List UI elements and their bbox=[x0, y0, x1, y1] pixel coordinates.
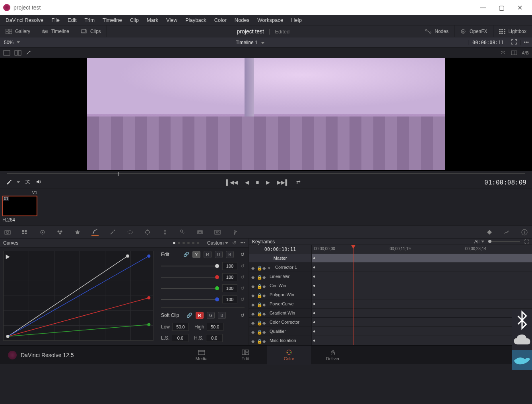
softclip-g-button[interactable]: G bbox=[207, 312, 215, 319]
keyframes-filter[interactable]: All bbox=[474, 239, 484, 245]
menu-file[interactable]: File bbox=[47, 17, 64, 23]
keyframe-dot[interactable] bbox=[313, 294, 315, 296]
keyframes-zoom-slider[interactable] bbox=[488, 241, 520, 242]
timeline-toggle[interactable]: Timeline bbox=[36, 25, 75, 37]
highlight-icon[interactable] bbox=[499, 50, 507, 56]
timeline-name[interactable]: Timeline 1 bbox=[32, 40, 468, 45]
slider-value[interactable]: 100 bbox=[222, 262, 237, 270]
keyframe-track[interactable]: ◆🔒◆Qualifier bbox=[249, 327, 311, 336]
link-icon[interactable]: 🔗 bbox=[183, 252, 189, 257]
channel-b-button[interactable]: B bbox=[226, 251, 234, 258]
keyframe-playhead[interactable] bbox=[353, 245, 353, 345]
magic-wand-icon[interactable] bbox=[25, 50, 33, 56]
lightbox-toggle[interactable]: Lightbox bbox=[493, 25, 532, 37]
keyframe-lane[interactable] bbox=[312, 318, 532, 327]
slider-reset-icon[interactable]: ↺ bbox=[241, 286, 245, 291]
lock-icon[interactable]: 🔒 bbox=[257, 320, 260, 324]
keyframe-icon[interactable]: ◆ bbox=[262, 311, 266, 315]
maximize-button[interactable]: ▢ bbox=[492, 1, 511, 14]
sizing-icon[interactable] bbox=[196, 229, 204, 236]
viewer[interactable] bbox=[0, 58, 532, 171]
keyframe-track[interactable]: ◆🔒◆Misc Isolation bbox=[249, 336, 311, 345]
close-button[interactable]: ✕ bbox=[511, 1, 529, 14]
shuffle-icon[interactable] bbox=[25, 179, 31, 186]
keyframe-dot[interactable] bbox=[313, 330, 315, 332]
keyframe-track[interactable]: ◆🔒◆▾Corrector 1 bbox=[249, 263, 311, 272]
keyframe-track[interactable]: ◆🔒◆Circ Win bbox=[249, 281, 311, 290]
ls-value[interactable]: 0.0 bbox=[172, 334, 188, 342]
link-icon[interactable]: 🔗 bbox=[186, 313, 192, 318]
keyframe-track[interactable]: ◆🔒◆PowerCurve bbox=[249, 299, 311, 309]
keyframe-track[interactable]: ◆🔒◆Color Corrector bbox=[249, 318, 311, 327]
curves-mode-select[interactable]: Custom bbox=[207, 240, 228, 246]
curves-reset-icon[interactable]: ↺ bbox=[232, 240, 236, 246]
loop-button[interactable]: ⇄ bbox=[296, 179, 301, 185]
eyedropper-icon[interactable] bbox=[6, 179, 12, 186]
menu-workspace[interactable]: Workspace bbox=[253, 17, 287, 23]
softclip-reset-icon[interactable]: ↺ bbox=[241, 313, 245, 318]
keyframe-icon[interactable]: ◆ bbox=[262, 293, 266, 296]
keyframe-ruler[interactable]: 00;00;00;00 00;00;11;19 00;00;23;14 bbox=[312, 245, 532, 254]
page-media[interactable]: Media bbox=[180, 346, 223, 365]
lock-icon[interactable]: 🔒 bbox=[257, 293, 260, 296]
scrub-bar[interactable] bbox=[0, 171, 532, 177]
page-deliver[interactable]: Deliver bbox=[311, 346, 355, 365]
openfx-toggle[interactable]: fx OpenFX bbox=[454, 25, 493, 37]
key-icon[interactable] bbox=[179, 229, 186, 236]
slider-reset-icon[interactable]: ↺ bbox=[241, 263, 245, 269]
keyframe-dot[interactable] bbox=[313, 321, 315, 323]
primary-bars-icon[interactable] bbox=[56, 229, 64, 236]
lock-icon[interactable]: 🔒 bbox=[257, 266, 260, 269]
intensity-slider[interactable]: 100↺ bbox=[161, 295, 245, 303]
lock-icon[interactable]: 🔒 bbox=[257, 302, 260, 305]
gallery-toggle[interactable]: Gallery bbox=[0, 25, 36, 37]
first-frame-button[interactable]: ▌◀◀ bbox=[226, 179, 237, 185]
menu-timeline[interactable]: Timeline bbox=[99, 17, 126, 23]
clip-thumbnail[interactable]: V1 01 H.264 bbox=[2, 190, 37, 223]
zoom-select[interactable]: 50% bbox=[0, 40, 24, 45]
keyframe-dot[interactable] bbox=[313, 303, 315, 305]
lock-icon[interactable]: 🔒 bbox=[257, 330, 260, 333]
page-edit[interactable]: Edit bbox=[223, 346, 267, 365]
bluetooth-icon[interactable] bbox=[512, 310, 532, 330]
menu-nodes[interactable]: Nodes bbox=[231, 17, 254, 23]
channel-r-button[interactable]: R bbox=[204, 251, 212, 258]
keyframe-lane[interactable] bbox=[312, 281, 532, 290]
chevron-down-icon[interactable] bbox=[17, 181, 20, 183]
keyframe-dot[interactable] bbox=[313, 276, 315, 278]
slider-value[interactable]: 100 bbox=[222, 273, 237, 281]
minimize-button[interactable]: — bbox=[474, 1, 492, 14]
curves-graph[interactable] bbox=[0, 248, 157, 345]
menu-edit[interactable]: Edit bbox=[64, 17, 80, 23]
clips-toggle[interactable]: Clips bbox=[75, 25, 107, 37]
keyframe-dot[interactable] bbox=[313, 340, 315, 342]
curves-options-icon[interactable]: ••• bbox=[240, 240, 245, 246]
slider-reset-icon[interactable]: ↺ bbox=[241, 274, 245, 280]
keyframe-dot[interactable] bbox=[313, 257, 315, 259]
keyframes-expand-icon[interactable]: ⛶ bbox=[524, 239, 529, 245]
single-viewer-icon[interactable] bbox=[3, 50, 10, 56]
intensity-slider[interactable]: 100↺ bbox=[161, 284, 245, 292]
keyframe-lane[interactable] bbox=[312, 336, 532, 345]
lock-icon[interactable]: 🔒 bbox=[257, 311, 260, 315]
intensity-slider[interactable]: 100↺ bbox=[161, 262, 245, 270]
stereo3d-icon[interactable]: 3D bbox=[214, 229, 221, 236]
tracking-icon[interactable] bbox=[144, 229, 151, 236]
nodes-toggle[interactable]: Nodes bbox=[419, 25, 454, 37]
intensity-slider[interactable]: 100↺ bbox=[161, 273, 245, 281]
curves-page-dots[interactable] bbox=[173, 242, 199, 244]
cloud-icon[interactable] bbox=[512, 330, 532, 350]
play-button[interactable]: ▶ bbox=[266, 179, 270, 185]
keyframe-icon[interactable]: ◆ bbox=[262, 284, 266, 287]
ab-compare[interactable]: A/B bbox=[522, 50, 529, 55]
softclip-r-button[interactable]: R bbox=[196, 312, 204, 319]
keyframe-lane[interactable] bbox=[312, 290, 532, 299]
slider-reset-icon[interactable]: ↺ bbox=[241, 297, 245, 302]
softclip-b-button[interactable]: B bbox=[218, 312, 226, 319]
color-wheels-icon[interactable] bbox=[39, 229, 46, 236]
hs-value[interactable]: 0.0 bbox=[206, 334, 223, 342]
keyframe-icon[interactable]: ◆ bbox=[262, 330, 266, 333]
audio-icon[interactable] bbox=[36, 179, 42, 186]
keyframe-lane[interactable] bbox=[312, 327, 532, 336]
keyframe-icon[interactable]: ◆ bbox=[262, 320, 266, 324]
